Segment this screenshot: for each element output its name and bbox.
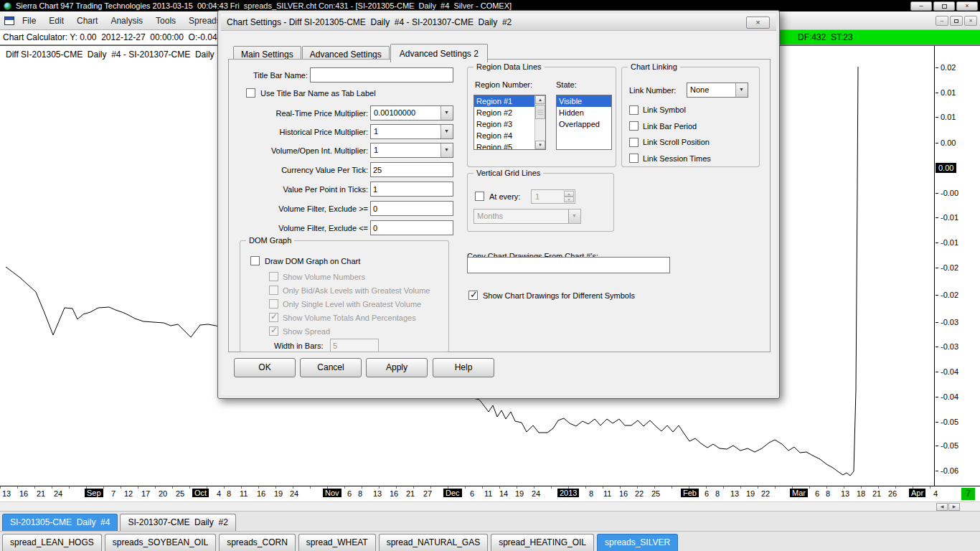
chart-linking-option: Link Scroll Position: [629, 134, 755, 151]
date-axis-label: 24: [290, 489, 298, 498]
settings-tab[interactable]: Advanced Settings 2: [390, 44, 488, 62]
rt-price-mult-combo[interactable]: 0.00100000: [370, 105, 453, 121]
copy-drawings-input[interactable]: [467, 257, 670, 273]
dom-graph-options: Show Volume Numbers Only Bid/Ask Levels …: [269, 270, 446, 338]
menu-item[interactable]: Tools: [156, 16, 176, 26]
use-title-bar-name-checkbox[interactable]: [246, 88, 255, 98]
date-axis-label: 21: [37, 489, 45, 498]
dropdown-arrow-icon[interactable]: [440, 143, 453, 157]
price-axis-label: -0.01: [941, 238, 958, 247]
restore-icon: [954, 19, 958, 23]
last-bar-number-badge: 7: [961, 488, 975, 500]
vol-mult-combo[interactable]: 1: [370, 143, 453, 158]
vol-filter-le-input[interactable]: [370, 220, 453, 235]
draw-dom-graph-checkbox[interactable]: [250, 256, 260, 265]
region-list-scrollbar[interactable]: ▲ ▼: [534, 95, 545, 149]
chart-tab[interactable]: SI-201307-CME Daily #2: [120, 514, 235, 531]
minimize-button[interactable]: –: [910, 1, 932, 11]
show-drawings-checkbox[interactable]: [468, 291, 478, 300]
dropdown-arrow-icon[interactable]: [440, 125, 453, 138]
mdi-minimize-button[interactable]: –: [936, 16, 948, 26]
region-number-label: Region Number:: [475, 80, 532, 89]
date-axis-label: 22: [635, 489, 644, 498]
scrollbar-thumb[interactable]: [535, 105, 545, 119]
chart-linking-option-checkbox[interactable]: [629, 105, 639, 115]
menu-item[interactable]: Chart: [77, 16, 98, 26]
vol-filter-ge-input[interactable]: [370, 201, 453, 216]
at-every-spinner: 1 ▲ ▼: [531, 189, 575, 204]
dialog-button[interactable]: OK: [234, 358, 296, 377]
date-axis-label: Mar: [790, 489, 808, 497]
dialog-title: Chart Settings - Diff SI-201305-CME Dail…: [227, 17, 512, 27]
dom-graph-option-label: Only Single Level with Greatest Volume: [283, 300, 421, 309]
chartbook-tab[interactable]: spread_WHEAT: [298, 534, 376, 551]
close-icon: ×: [969, 17, 973, 24]
price-axis-label: 0.01: [941, 88, 956, 97]
date-axis-label: 2013: [557, 489, 579, 497]
chart-linking-option-checkbox[interactable]: [629, 121, 639, 131]
region-list-item[interactable]: Region #1: [474, 95, 534, 107]
chart-linking-option-label: Link Symbol: [643, 105, 686, 114]
mdi-restore-button[interactable]: [950, 16, 963, 26]
value-per-point-input[interactable]: [370, 182, 453, 197]
dialog-close-button[interactable]: ×: [746, 17, 770, 29]
link-number-combo[interactable]: None: [687, 83, 748, 98]
chartbook-tab[interactable]: spread_LEAN_HOGS: [2, 534, 102, 551]
dropdown-arrow-icon[interactable]: [735, 83, 748, 97]
chartbook-tab[interactable]: spread_NATURAL_GAS: [379, 534, 489, 551]
dropdown-arrow-icon[interactable]: [440, 106, 453, 120]
price-axis-label: -0.04: [941, 392, 958, 401]
chartbook-tab[interactable]: spread_HEATING_OIL: [491, 534, 594, 551]
region-list-item[interactable]: Region #3: [474, 118, 534, 130]
price-axis-label: -0.02: [941, 263, 958, 272]
price-axis-label: -0.05: [941, 441, 958, 450]
region-list-item[interactable]: Region #2: [474, 107, 534, 118]
hist-price-mult-combo[interactable]: 1: [370, 124, 453, 139]
date-axis-label: 6: [470, 489, 474, 498]
mdi-close-button[interactable]: ×: [964, 16, 977, 26]
vol-mult-value: 1: [374, 146, 378, 154]
close-button[interactable]: ×: [956, 1, 978, 11]
dialog-button[interactable]: Apply: [366, 358, 428, 377]
scroll-left-button[interactable]: ◀: [936, 503, 948, 511]
menu-item[interactable]: File: [22, 16, 36, 26]
chartbook-tab[interactable]: spreads_CORN: [219, 534, 296, 551]
dialog-button[interactable]: Help: [433, 358, 494, 377]
date-axis-label: 4: [933, 489, 938, 498]
menu-item[interactable]: Edit: [49, 16, 64, 26]
state-list-item[interactable]: Overlapped: [557, 118, 611, 130]
chartbook-tab-bar: spread_LEAN_HOGSspreads_SOYBEAN_OILsprea…: [0, 531, 980, 551]
region-list-item[interactable]: Region #5: [474, 141, 534, 150]
dialog-button[interactable]: Cancel: [300, 358, 362, 377]
date-axis-label: 8: [358, 489, 362, 498]
chart-tab[interactable]: SI-201305-CME Daily #4: [2, 514, 118, 531]
currency-per-tick-label: Currency Value Per Tick:: [232, 166, 368, 174]
date-axis-label: 16: [390, 489, 398, 498]
maximize-button[interactable]: [933, 1, 955, 11]
chart-linking-option-checkbox[interactable]: [629, 154, 639, 163]
scroll-right-button[interactable]: ▶: [948, 503, 960, 511]
chartbook-tab[interactable]: spreads_SOYBEAN_OIL: [105, 534, 216, 551]
price-axis-label: 0.00: [941, 138, 956, 147]
chart-window-system-icon[interactable]: [4, 17, 14, 25]
chart-linking-option-checkbox[interactable]: [629, 138, 639, 147]
dialog-titlebar[interactable]: Chart Settings - Diff SI-201305-CME Dail…: [221, 14, 776, 31]
at-every-checkbox[interactable]: [475, 192, 484, 201]
spinner-down-icon: ▼: [564, 197, 574, 202]
currency-per-tick-input[interactable]: [370, 162, 453, 177]
horizontal-scrollbar[interactable]: ◀ ▶: [0, 501, 980, 511]
state-list-item[interactable]: Hidden: [557, 107, 611, 118]
title-bar-name-input[interactable]: [310, 67, 453, 83]
date-axis-label: 17: [141, 489, 150, 498]
right-arrow-icon: ▶: [953, 504, 956, 509]
state-list-item[interactable]: Visible: [557, 95, 611, 107]
dom-graph-option: Only Single Level with Greatest Volume: [269, 297, 446, 311]
price-axis-label: -0.01: [941, 213, 958, 222]
date-axis-label: 11: [484, 489, 492, 498]
chartbook-tab[interactable]: spreads_SILVER: [597, 534, 678, 551]
scroll-up-icon[interactable]: ▲: [535, 95, 545, 104]
menu-item[interactable]: Analysis: [110, 16, 143, 26]
scroll-down-icon[interactable]: ▼: [535, 141, 545, 149]
vertical-grid-lines-group-title: Vertical Grid Lines: [473, 169, 543, 177]
region-list-item[interactable]: Region #4: [474, 130, 534, 141]
